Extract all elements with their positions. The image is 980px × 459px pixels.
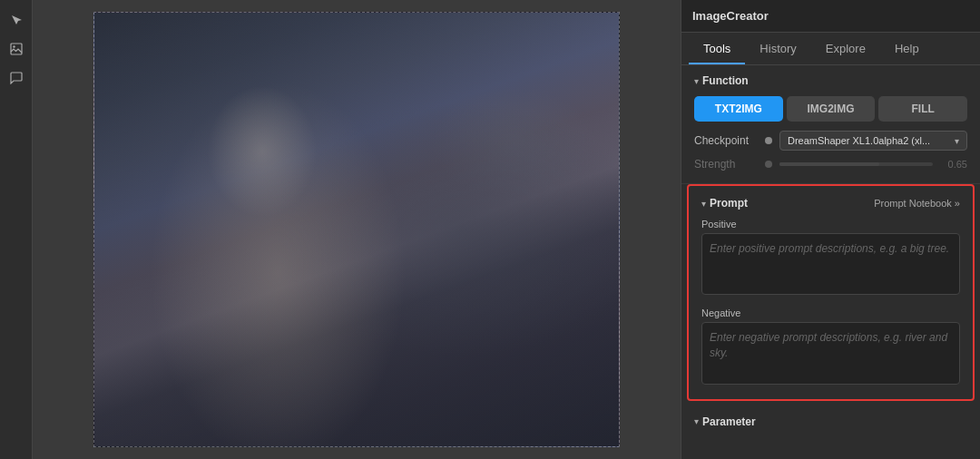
checkpoint-dot bbox=[765, 137, 772, 144]
figure-overlay bbox=[94, 13, 619, 446]
prompt-title: Prompt bbox=[710, 197, 748, 210]
canvas-area bbox=[33, 0, 681, 459]
chevron-down-icon: ▾ bbox=[955, 136, 959, 146]
strength-value: 0.65 bbox=[940, 159, 967, 170]
function-section-header[interactable]: ▾ Function bbox=[694, 74, 967, 87]
positive-prompt-input[interactable] bbox=[701, 233, 960, 295]
tab-explore[interactable]: Explore bbox=[811, 33, 880, 64]
checkpoint-row: Checkpoint DreamShaper XL1.0alpha2 (xl..… bbox=[694, 131, 967, 151]
img2img-button[interactable]: IMG2IMG bbox=[787, 96, 876, 122]
app-title: ImageCreator bbox=[692, 9, 769, 23]
function-section: ▾ Function TXT2IMG IMG2IMG FILL Checkpoi… bbox=[681, 65, 980, 184]
prompt-header: ▾ Prompt Prompt Notebook » bbox=[701, 197, 960, 210]
chat-tool[interactable] bbox=[4, 65, 29, 91]
parameter-section: ▾ Parameter bbox=[681, 406, 980, 446]
prompt-title-group: ▾ Prompt bbox=[701, 197, 748, 210]
checkpoint-value: DreamShaper XL1.0alpha2 (xl... bbox=[788, 135, 930, 146]
parameter-title: Parameter bbox=[702, 415, 756, 428]
tab-help[interactable]: Help bbox=[880, 33, 934, 64]
parameter-section-header[interactable]: ▾ Parameter bbox=[694, 415, 967, 428]
function-buttons: TXT2IMG IMG2IMG FILL bbox=[694, 96, 967, 122]
checkpoint-select[interactable]: DreamShaper XL1.0alpha2 (xl... ▾ bbox=[779, 131, 967, 151]
negative-prompt-input[interactable] bbox=[701, 322, 960, 384]
tab-history[interactable]: History bbox=[745, 33, 810, 64]
right-panel: ImageCreator Tools History Explore Help … bbox=[681, 0, 980, 459]
prompt-chevron[interactable]: ▾ bbox=[701, 199, 706, 209]
left-toolbar bbox=[0, 0, 33, 459]
prompt-section: ▾ Prompt Prompt Notebook » Positive Nega… bbox=[687, 184, 975, 401]
checkpoint-label: Checkpoint bbox=[694, 134, 758, 147]
tab-bar: Tools History Explore Help bbox=[681, 33, 980, 65]
image-tool[interactable] bbox=[4, 36, 29, 62]
cursor-tool[interactable] bbox=[4, 7, 29, 33]
function-chevron: ▾ bbox=[694, 76, 699, 86]
positive-label: Positive bbox=[701, 219, 960, 230]
parameter-chevron: ▾ bbox=[694, 416, 699, 426]
strength-label: Strength bbox=[694, 158, 758, 171]
txt2img-button[interactable]: TXT2IMG bbox=[694, 96, 783, 122]
strength-row: Strength 0.65 bbox=[694, 158, 967, 171]
canvas-image bbox=[93, 12, 620, 447]
svg-point-1 bbox=[13, 45, 15, 47]
strength-dot bbox=[765, 161, 772, 168]
fill-button[interactable]: FILL bbox=[878, 96, 967, 122]
function-title: Function bbox=[702, 74, 749, 87]
prompt-notebook-link[interactable]: Prompt Notebook » bbox=[874, 198, 960, 209]
strength-slider bbox=[779, 162, 933, 166]
app-title-bar: ImageCreator bbox=[681, 0, 980, 33]
negative-label: Negative bbox=[701, 308, 960, 318]
tab-tools[interactable]: Tools bbox=[689, 33, 745, 64]
svg-rect-0 bbox=[11, 44, 22, 54]
